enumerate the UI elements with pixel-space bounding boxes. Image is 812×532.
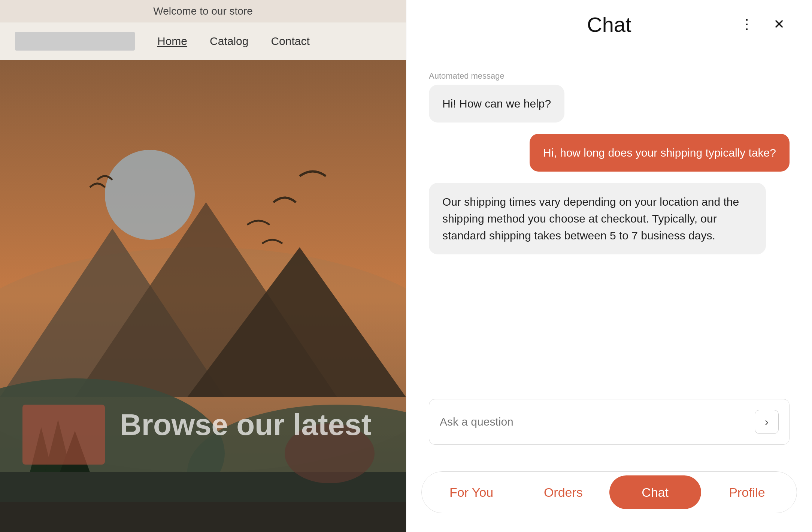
nav-home[interactable]: Home [157,35,187,48]
message-bubble-1: Hi! How can we help? [429,85,564,123]
nav-catalog[interactable]: Catalog [210,35,248,48]
input-container: › [429,399,790,445]
store-nav: Home Catalog Contact [0,22,406,60]
bottom-navigation: For You Orders Chat Profile [406,460,812,532]
svg-point-2 [105,150,195,240]
message-wrapper-3: Our shipping times vary depending on you… [429,183,790,254]
send-icon: › [765,415,769,428]
svg-rect-12 [0,502,406,532]
welcome-text: Welcome to our store [153,5,253,17]
chat-panel-title: Chat [587,12,631,37]
input-area: › [406,388,812,460]
tab-profile[interactable]: Profile [701,475,793,509]
message-input[interactable] [440,415,747,428]
tab-for-you[interactable]: For You [425,475,517,509]
chat-header: Chat ⋮ ✕ [406,0,812,49]
tab-orders[interactable]: Orders [517,475,609,509]
hero-area: Browse our latest [0,60,406,532]
message-bubble-3: Our shipping times vary depending on you… [429,183,766,254]
send-button[interactable]: › [755,410,779,434]
messages-area: Automated message Hi! How can we help? H… [406,49,812,388]
close-button[interactable]: ✕ [769,14,790,35]
nav-contact[interactable]: Contact [271,35,309,48]
store-website: Welcome to our store Home Catalog Contac… [0,0,406,532]
store-logo [15,32,135,51]
message-wrapper-1: Automated message Hi! How can we help? [429,71,790,123]
more-options-button[interactable]: ⋮ [736,14,757,35]
message-wrapper-2: Hi, how long does your shipping typicall… [429,134,790,172]
bottom-decoration [22,405,105,465]
tab-chat[interactable]: Chat [609,475,701,509]
store-topbar: Welcome to our store [0,0,406,22]
bottom-nav-inner: For You Orders Chat Profile [421,471,797,513]
auto-message-label: Automated message [429,71,505,81]
chat-header-actions: ⋮ ✕ [736,14,790,35]
chat-panel: Chat ⋮ ✕ Automated message Hi! How can w… [406,0,812,532]
message-bubble-2: Hi, how long does your shipping typicall… [530,134,790,172]
browse-text: Browse our latest [120,408,371,442]
